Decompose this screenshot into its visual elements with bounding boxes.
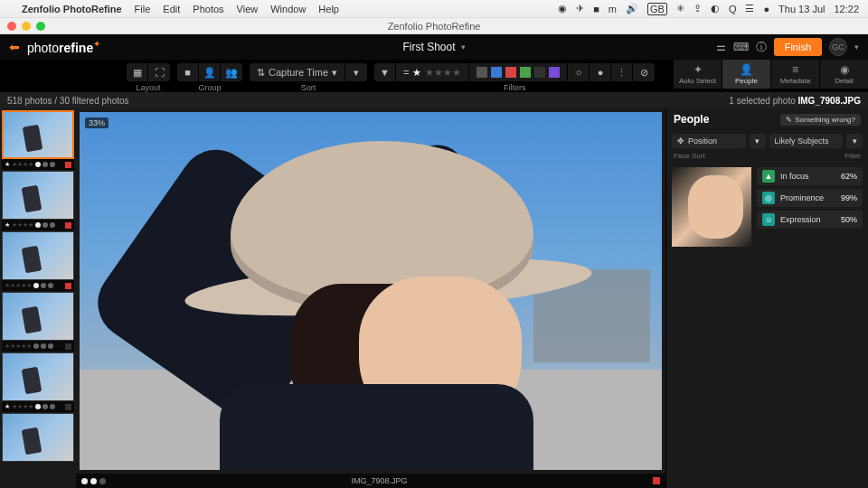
status-icon[interactable]: ⇪	[693, 3, 702, 14]
panel-title: People	[674, 113, 709, 126]
status-row: 518 photos / 30 filtered photos 1 select…	[0, 92, 868, 108]
menu-edit[interactable]: Edit	[163, 4, 180, 14]
viewer-filename: IMG_7908.JPG	[351, 476, 407, 485]
avatar[interactable]: GC	[829, 38, 847, 56]
face-thumbnail[interactable]	[672, 167, 751, 247]
list-icon: ≡	[792, 63, 798, 76]
menu-file[interactable]: File	[135, 4, 151, 14]
tab-auto-select[interactable]: ✦Auto Select	[673, 60, 722, 89]
status-icon[interactable]: ✈	[576, 3, 584, 14]
status-icon[interactable]: Q	[729, 4, 737, 14]
group-person-button[interactable]: 👤	[199, 63, 221, 81]
filter-clear[interactable]: ⊘	[633, 63, 655, 81]
toolbar: ▦ ⛶ Layout ■ 👤 👥 Group ⇅ Capture Time ▾ …	[0, 60, 868, 92]
photo-viewer: 33% IMG_7908.JPG	[76, 108, 665, 488]
filter-unflagged[interactable]: ○	[568, 63, 590, 81]
eye-icon: ◉	[840, 63, 849, 76]
menu-window[interactable]: Window	[270, 4, 306, 14]
app-header: ⬅ photorefine✦ First Shoot▾ ⚌ ⌨ ⓘ Finish…	[0, 34, 868, 60]
info-icon[interactable]: ⓘ	[756, 40, 767, 55]
position-dropdown[interactable]: ✥ Position	[672, 134, 746, 148]
metric-expression: ☺ Expression50%	[757, 211, 863, 229]
filter-color[interactable]	[469, 63, 568, 81]
thumbnail[interactable]: ★★★★★	[2, 352, 74, 412]
thumbnail[interactable]: ★★★★★	[2, 171, 74, 230]
filter-divider: ⋮	[611, 63, 633, 81]
viewer-meta: IMG_7908.JPG	[76, 474, 665, 488]
group-label: Group	[198, 83, 221, 92]
status-icon[interactable]: ✳	[676, 3, 684, 14]
expression-icon: ☺	[762, 213, 775, 226]
tab-people[interactable]: 👤People	[722, 60, 770, 89]
back-icon[interactable]: ⬅	[9, 40, 20, 54]
group-none-button[interactable]: ■	[177, 63, 199, 81]
filter-rating[interactable]: = ★★★★★	[396, 63, 469, 81]
metric-prominence: ◎ Prominence99%	[757, 189, 863, 207]
filter-flagged[interactable]: ●	[590, 63, 611, 81]
thumbnail[interactable]: ★★★★★	[2, 110, 74, 170]
status-icon[interactable]: 🔊	[626, 3, 638, 14]
input-lang[interactable]: GB	[647, 3, 667, 15]
keyboard-icon[interactable]: ⌨	[733, 41, 749, 53]
person-icon: 👤	[740, 63, 753, 76]
status-icon[interactable]: ☰	[745, 3, 754, 14]
status-icon[interactable]: ●	[763, 4, 769, 14]
window-title: Zenfolio PhotoRefine	[388, 21, 481, 32]
menu-view[interactable]: View	[237, 4, 259, 14]
menubar-app-name[interactable]: Zenfolio PhotoRefine	[22, 4, 122, 14]
thumbnail[interactable]: ★★★★★	[2, 231, 74, 291]
thumbnail[interactable]: ★★★★★	[2, 292, 74, 352]
people-panel: People ✎ Something wrong? ✥ Position ▾ L…	[665, 108, 868, 488]
chevron-down-icon: ▾	[461, 42, 466, 52]
status-icon[interactable]: m	[609, 4, 617, 14]
tab-metadata[interactable]: ≡Metadata	[770, 60, 819, 89]
menu-photos[interactable]: Photos	[193, 4, 223, 14]
right-tabs: ✦Auto Select 👤People ≡Metadata ◉Detail	[673, 60, 868, 89]
layout-fullscreen-button[interactable]: ⛶	[148, 63, 170, 81]
group-people-button[interactable]: 👥	[221, 63, 242, 81]
likely-subjects-dropdown[interactable]: Likely Subjects	[769, 134, 844, 148]
filters-label: Filters	[504, 83, 526, 92]
position-caret[interactable]: ▾	[750, 134, 766, 148]
likely-caret[interactable]: ▾	[846, 134, 863, 148]
face-sort-label: Face Sort	[674, 152, 705, 160]
sort-direction-button[interactable]: ▾	[345, 63, 367, 81]
menubar-date[interactable]: Thu 13 Jul	[778, 4, 825, 14]
filter-funnel-button[interactable]: ▼	[374, 63, 396, 81]
layout-label: Layout	[136, 83, 160, 92]
status-icon[interactable]: ■	[593, 4, 599, 14]
selected-label: 1 selected photo	[729, 96, 795, 106]
sliders-icon[interactable]: ⚌	[716, 41, 726, 53]
color-label-red[interactable]	[653, 477, 660, 484]
selected-filename: IMG_7908.JPG	[798, 96, 861, 106]
metric-focus: ▲ In focus62%	[757, 167, 863, 185]
prominence-icon: ◎	[762, 192, 775, 204]
layout-grid-button[interactable]: ▦	[127, 63, 148, 81]
filter-label: Filter	[844, 152, 861, 160]
zoom-badge: 33%	[85, 117, 108, 128]
menu-help[interactable]: Help	[318, 4, 339, 14]
something-wrong-button[interactable]: ✎ Something wrong?	[780, 114, 861, 126]
zoom-window-icon[interactable]	[36, 22, 45, 31]
chevron-down-icon[interactable]: ▾	[854, 42, 859, 52]
thumbnail-strip[interactable]: ★★★★★ ★★★★★ ★★★★★ ★★★★★ ★★★★★	[0, 108, 76, 488]
project-dropdown[interactable]: First Shoot▾	[402, 41, 465, 53]
window-titlebar: Zenfolio PhotoRefine	[0, 18, 868, 34]
status-icon[interactable]: ◐	[711, 3, 720, 14]
status-icon[interactable]: ◉	[558, 3, 567, 14]
app-logo: photorefine✦	[27, 39, 100, 55]
focus-icon: ▲	[762, 170, 775, 183]
minimize-window-icon[interactable]	[22, 22, 31, 31]
finish-button[interactable]: Finish	[774, 38, 822, 56]
photo-count: 518 photos / 30 filtered photos	[7, 96, 129, 106]
close-window-icon[interactable]	[7, 22, 16, 31]
tab-detail[interactable]: ◉Detail	[819, 60, 868, 89]
thumbnail[interactable]	[2, 413, 74, 462]
menubar-time[interactable]: 12:22	[834, 4, 859, 14]
macos-menubar: Zenfolio PhotoRefine File Edit Photos Vi…	[0, 0, 868, 18]
sparkle-icon: ✦	[693, 63, 703, 76]
sort-label: Sort	[301, 83, 316, 92]
sort-dropdown[interactable]: ⇅ Capture Time ▾	[250, 63, 345, 81]
photo-canvas[interactable]: 33%	[80, 112, 662, 470]
